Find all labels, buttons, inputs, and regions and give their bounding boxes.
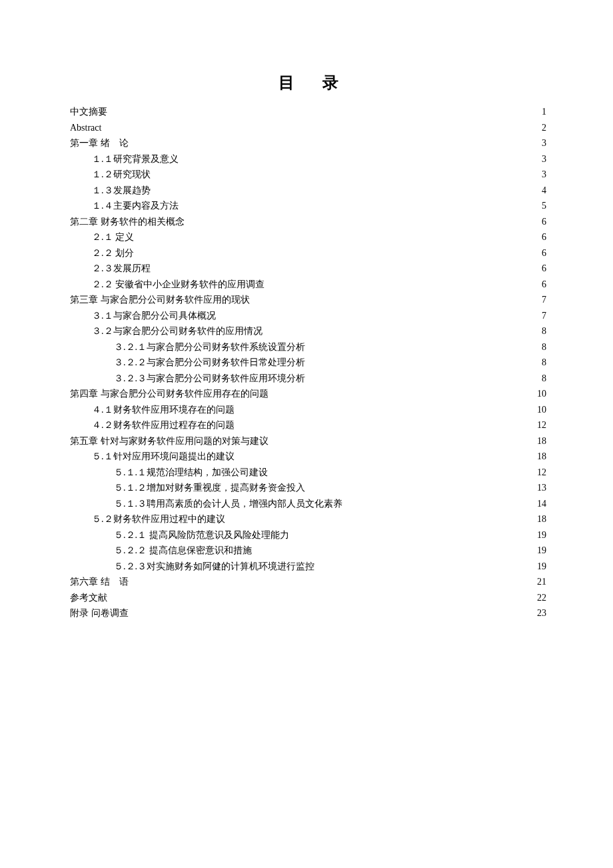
toc-entry: ２.２ 安徽省中小企业财务软件的应用调查6 <box>70 277 546 293</box>
toc-entry: 第三章 与家合肥分公司财务软件应用的现状7 <box>70 292 546 308</box>
toc-entry-label: １.２研究现状 <box>92 167 151 183</box>
toc-entry: ３.１与家合肥分公司具体概况7 <box>70 308 546 324</box>
toc-entry-page: 21 <box>537 574 546 590</box>
toc-entry-page: 14 <box>537 496 546 512</box>
toc-entry-label: 第二章 财务软件的相关概念 <box>70 214 185 230</box>
toc-entry-label: ３.２.３与家合肥分公司财务软件应用环境分析 <box>114 371 305 387</box>
toc-entry-page: 3 <box>542 135 546 151</box>
toc-entry-label: ２.１ 定义 <box>92 229 134 245</box>
toc-entry-page: 2 <box>542 120 546 136</box>
toc-entry: ５.２.３对实施财务如阿健的计算机环境进行监控19 <box>70 559 546 575</box>
toc-entry: Abstract2 <box>70 120 546 136</box>
toc-entry: ２.３发展历程6 <box>70 261 546 277</box>
toc-entry-label: １.４主要内容及方法 <box>92 198 179 214</box>
toc-entry-label: ２.２ 划分 <box>92 245 134 261</box>
toc-entry-page: 7 <box>542 292 546 308</box>
toc-entry: ３.２.１与家合肥分公司财务软件系统设置分析8 <box>70 339 546 355</box>
toc-entry: １.２研究现状3 <box>70 167 546 183</box>
toc-entry-page: 19 <box>537 543 546 559</box>
toc-entry-label: １.３发展趋势 <box>92 183 151 199</box>
toc-entry-page: 23 <box>537 605 546 621</box>
toc-entry-label: ５.２财务软件应用过程中的建议 <box>92 511 225 527</box>
toc-entry-page: 19 <box>537 527 546 543</box>
toc-entry-page: 12 <box>537 417 546 433</box>
toc-entry-page: 1 <box>542 104 546 120</box>
toc-entry: ４.１财务软件应用环境存在的问题10 <box>70 402 546 418</box>
toc-entry-label: ５.２.３对实施财务如阿健的计算机环境进行监控 <box>114 559 314 575</box>
toc-entry-label: ４.２财务软件应用过程存在的问题 <box>92 417 235 433</box>
toc-entry-page: 18 <box>537 433 546 449</box>
toc-entry-label: 参考文献 <box>70 590 107 606</box>
toc-entry-page: 7 <box>542 308 546 324</box>
toc-entry-label: １.１研究背景及意义 <box>92 151 179 167</box>
toc-entry-page: 5 <box>542 198 546 214</box>
document-page: 目 录 中文摘要1Abstract2第一章 绪 论3１.１研究背景及意义3１.２… <box>0 0 613 621</box>
toc-entry-label: ５.２.２ 提高信息保密意识和措施 <box>114 543 252 559</box>
toc-entry-label: ２.３发展历程 <box>92 261 151 277</box>
toc-entry-page: 6 <box>542 214 546 230</box>
toc-entry-page: 10 <box>537 402 546 418</box>
toc-entry: 中文摘要1 <box>70 104 546 120</box>
toc-entry: 参考文献22 <box>70 590 546 606</box>
toc-entry-label: 第六章 结 语 <box>70 574 129 590</box>
toc-entry-label: ３.２与家合肥分公司财务软件的应用情况 <box>92 323 263 339</box>
toc-entry: 附录 问卷调查23 <box>70 605 546 621</box>
toc-entry: ３.２.３与家合肥分公司财务软件应用环境分析8 <box>70 371 546 387</box>
toc-entry-label: ３.１与家合肥分公司具体概况 <box>92 308 216 324</box>
toc-entry: ５.１.３聘用高素质的会计人员，增强内部人员文化素养14 <box>70 496 546 512</box>
toc-entry-page: 3 <box>542 167 546 183</box>
toc-entry-label: 第五章 针对与家财务软件应用问题的对策与建议 <box>70 433 269 449</box>
toc-entry-page: 13 <box>537 480 546 496</box>
toc-entry: ３.２.２与家合肥分公司财务软件日常处理分析8 <box>70 355 546 371</box>
toc-entry-page: 10 <box>537 386 546 402</box>
toc-title: 目 录 <box>70 72 546 93</box>
toc-entry-label: ２.２ 安徽省中小企业财务软件的应用调查 <box>92 277 265 293</box>
toc-entry-page: 6 <box>542 229 546 245</box>
toc-entry-page: 12 <box>537 465 546 481</box>
toc-entry-label: 中文摘要 <box>70 104 107 120</box>
toc-entry-page: 3 <box>542 151 546 167</box>
toc-entry-page: 8 <box>542 355 546 371</box>
toc-entry: 第五章 针对与家财务软件应用问题的对策与建议18 <box>70 433 546 449</box>
toc-entry: 第六章 结 语21 <box>70 574 546 590</box>
toc-list: 中文摘要1Abstract2第一章 绪 论3１.１研究背景及意义3１.２研究现状… <box>70 104 546 621</box>
toc-entry-page: 8 <box>542 371 546 387</box>
toc-entry-page: 18 <box>537 449 546 465</box>
toc-entry-page: 8 <box>542 323 546 339</box>
toc-entry-page: 4 <box>542 183 546 199</box>
toc-entry-label: ５.１.１规范治理结构，加强公司建设 <box>114 465 268 481</box>
toc-entry-label: 第四章 与家合肥分公司财务软件应用存在的问题 <box>70 386 269 402</box>
toc-entry-page: 8 <box>542 339 546 355</box>
toc-entry-label: Abstract <box>70 120 101 136</box>
toc-entry: １.３发展趋势4 <box>70 183 546 199</box>
toc-entry: ５.２.２ 提高信息保密意识和措施19 <box>70 543 546 559</box>
toc-entry-label: 附录 问卷调查 <box>70 605 129 621</box>
toc-entry-label: ５.１.３聘用高素质的会计人员，增强内部人员文化素养 <box>114 496 342 512</box>
toc-entry: １.４主要内容及方法5 <box>70 198 546 214</box>
toc-entry: ５.１针对应用环境问题提出的建议18 <box>70 449 546 465</box>
toc-entry: ５.１.２增加对财务重视度，提高财务资金投入13 <box>70 480 546 496</box>
toc-entry: ３.２与家合肥分公司财务软件的应用情况8 <box>70 323 546 339</box>
toc-entry-label: ５.２.１ 提高风险防范意识及风险处理能力 <box>114 527 289 543</box>
toc-entry-page: 18 <box>537 511 546 527</box>
toc-entry: ５.２.１ 提高风险防范意识及风险处理能力19 <box>70 527 546 543</box>
toc-entry: 第四章 与家合肥分公司财务软件应用存在的问题10 <box>70 386 546 402</box>
toc-entry: １.１研究背景及意义3 <box>70 151 546 167</box>
toc-entry: ５.２财务软件应用过程中的建议18 <box>70 511 546 527</box>
toc-entry: 第二章 财务软件的相关概念6 <box>70 214 546 230</box>
toc-entry: ２.１ 定义6 <box>70 229 546 245</box>
toc-entry: ４.２财务软件应用过程存在的问题12 <box>70 417 546 433</box>
toc-entry-page: 22 <box>537 590 546 606</box>
toc-entry-label: ５.１针对应用环境问题提出的建议 <box>92 449 235 465</box>
toc-entry: ５.１.１规范治理结构，加强公司建设12 <box>70 465 546 481</box>
toc-entry-label: ３.２.２与家合肥分公司财务软件日常处理分析 <box>114 355 305 371</box>
toc-entry-label: ５.１.２增加对财务重视度，提高财务资金投入 <box>114 480 305 496</box>
toc-entry-page: 6 <box>542 277 546 293</box>
toc-entry-page: 6 <box>542 245 546 261</box>
toc-entry-label: 第三章 与家合肥分公司财务软件应用的现状 <box>70 292 250 308</box>
toc-entry: ２.２ 划分6 <box>70 245 546 261</box>
toc-entry-label: ４.１财务软件应用环境存在的问题 <box>92 402 235 418</box>
toc-entry-label: ３.２.１与家合肥分公司财务软件系统设置分析 <box>114 339 305 355</box>
toc-entry-page: 6 <box>542 261 546 277</box>
toc-entry: 第一章 绪 论3 <box>70 135 546 151</box>
